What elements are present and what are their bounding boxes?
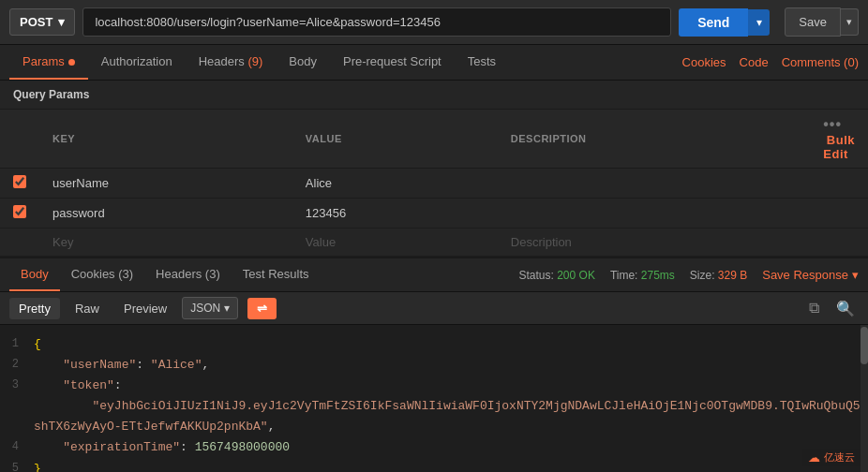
size-value: 329 B — [718, 269, 747, 282]
wrap-button[interactable]: ⇌ — [247, 298, 277, 319]
tab-authorization[interactable]: Authorization — [88, 45, 186, 80]
tab-params[interactable]: Params — [9, 45, 88, 80]
col-actions: ••• Bulk Edit — [810, 110, 868, 169]
params-table: KEY VALUE DESCRIPTION ••• Bulk Edit user… — [0, 110, 868, 257]
params-dot — [68, 59, 75, 66]
code-toolbar: Pretty Raw Preview JSON ▾ ⇌ ⧉ 🔍 — [0, 292, 868, 325]
save-group: Save ▾ — [785, 7, 859, 37]
time-value: 275ms — [641, 269, 675, 282]
time-label: Time: 275ms — [610, 269, 675, 282]
format-dropdown-icon: ▾ — [224, 302, 230, 315]
value-username[interactable]: Alice — [292, 169, 498, 199]
code-line-2: 2 "userName": "Alice", — [0, 355, 868, 376]
request-tabs: Params Authorization Headers (9) Body Pr… — [0, 45, 868, 81]
resp-tab-cookies[interactable]: Cookies (3) — [60, 258, 144, 291]
save-dropdown-button[interactable]: ▾ — [841, 8, 859, 36]
key-placeholder[interactable]: Key — [39, 229, 292, 257]
key-username[interactable]: userName — [39, 169, 292, 199]
method-dropdown-icon: ▾ — [58, 15, 65, 29]
desc-placeholder[interactable]: Description — [498, 229, 810, 257]
query-params-title: Query Params — [0, 81, 868, 110]
code-line-1: 1 { — [0, 334, 868, 355]
url-bar: POST ▾ Send ▾ Save ▾ — [0, 0, 868, 45]
status-info: Status: 200 OK Time: 275ms Size: 329 B S… — [518, 268, 859, 282]
size-label: Size: 329 B — [690, 269, 747, 282]
response-tabs: Body Cookies (3) Headers (3) Test Result… — [0, 257, 868, 292]
status-label: Status: 200 OK — [518, 269, 594, 282]
col-value: VALUE — [292, 110, 498, 169]
format-selector[interactable]: JSON ▾ — [182, 297, 238, 319]
desc-username[interactable] — [498, 169, 810, 199]
resp-tab-headers[interactable]: Headers (3) — [144, 258, 232, 291]
code-line-4: 4 "expirationTime": 1567498000000 — [0, 437, 868, 458]
save-button[interactable]: Save — [785, 7, 841, 37]
code-link[interactable]: Code — [740, 55, 769, 69]
search-icon[interactable]: 🔍 — [832, 298, 859, 319]
code-line-5: 5 } — [0, 459, 868, 472]
col-description: DESCRIPTION — [498, 110, 810, 169]
send-button[interactable]: Send — [679, 8, 748, 37]
table-row: password 123456 — [0, 199, 868, 229]
more-options-icon[interactable]: ••• — [823, 116, 842, 132]
save-response-dropdown-icon: ▾ — [852, 268, 859, 282]
copy-icon[interactable]: ⧉ — [805, 298, 823, 319]
right-links: Cookies Code Comments (0) — [682, 55, 859, 69]
bulk-edit-button[interactable]: Bulk Edit — [823, 133, 855, 161]
response-body: 1 { 2 "userName": "Alice", 3 "token": "e… — [0, 325, 868, 472]
status-value: 200 OK — [557, 269, 595, 282]
col-key: KEY — [39, 110, 292, 169]
cloud-icon: ☁ — [808, 450, 820, 465]
action-username — [810, 169, 868, 199]
tab-prerequest[interactable]: Pre-request Script — [330, 45, 455, 80]
send-dropdown-button[interactable]: ▾ — [748, 9, 770, 36]
watermark: ☁ 亿速云 — [802, 449, 861, 466]
scrollbar[interactable] — [861, 325, 868, 472]
action-empty — [810, 229, 868, 257]
table-row-empty: Key Value Description — [0, 229, 868, 257]
method-value: POST — [20, 15, 52, 29]
cookies-link[interactable]: Cookies — [682, 55, 726, 69]
code-line-3a: 3 "token": — [0, 376, 868, 396]
pretty-view-btn[interactable]: Pretty — [9, 298, 60, 319]
send-group: Send ▾ — [679, 8, 770, 37]
save-response-button[interactable]: Save Response ▾ — [762, 268, 859, 282]
scroll-thumb[interactable] — [861, 327, 868, 364]
raw-view-btn[interactable]: Raw — [66, 298, 109, 319]
method-selector[interactable]: POST ▾ — [9, 8, 75, 36]
tab-headers[interactable]: Headers (9) — [186, 45, 277, 80]
code-area: 1 { 2 "userName": "Alice", 3 "token": "e… — [0, 325, 868, 472]
action-password — [810, 199, 868, 229]
comments-link[interactable]: Comments (0) — [782, 55, 859, 69]
desc-password[interactable] — [498, 199, 810, 229]
value-password[interactable]: 123456 — [292, 199, 498, 229]
table-row: userName Alice — [0, 169, 868, 199]
watermark-text: 亿速云 — [824, 450, 855, 465]
key-password[interactable]: password — [39, 199, 292, 229]
resp-tab-body[interactable]: Body — [9, 258, 60, 291]
tab-body[interactable]: Body — [276, 45, 330, 80]
code-line-3b: "eyJhbGciOiJIUzI1NiJ9.eyJ1c2VyTmFtZSI6Ik… — [0, 396, 868, 437]
value-placeholder[interactable]: Value — [292, 229, 498, 257]
checkbox-empty — [0, 229, 39, 257]
toolbar-right-icons: ⧉ 🔍 — [805, 298, 859, 319]
tab-tests[interactable]: Tests — [455, 45, 509, 80]
checkbox-username[interactable] — [0, 169, 39, 199]
col-checkbox — [0, 110, 39, 169]
checkbox-password[interactable] — [0, 199, 39, 229]
url-input[interactable] — [82, 7, 671, 37]
preview-view-btn[interactable]: Preview — [114, 298, 176, 319]
resp-tab-tests[interactable]: Test Results — [232, 258, 321, 291]
